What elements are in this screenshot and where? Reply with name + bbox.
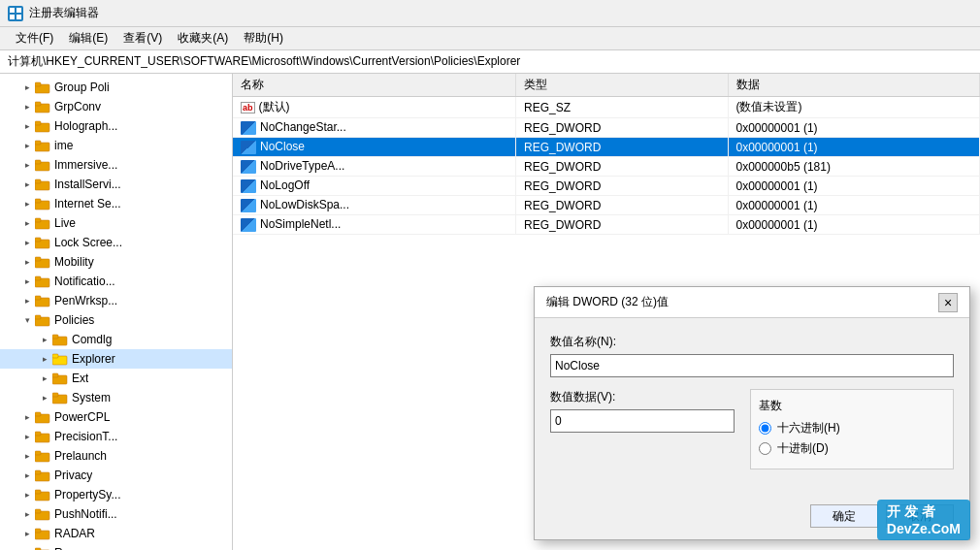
expand-icon[interactable]: ▸ (21, 101, 33, 113)
data-input[interactable] (550, 409, 735, 433)
edit-dword-dialog[interactable]: 编辑 DWORD (32 位)值 × 数值名称(N): 数值数据(V): 基数 … (534, 286, 970, 540)
tree-item-ext[interactable]: ▸ Ext (0, 369, 232, 388)
folder-icon (35, 216, 50, 230)
tree-item-installservi[interactable]: ▸ InstallServi... (0, 175, 232, 194)
tree-item-live[interactable]: ▸ Live (0, 213, 232, 233)
reg-type-cell: REG_DWORD (516, 215, 728, 235)
tree-item-radar[interactable]: ▸ RADAR (0, 524, 232, 543)
menu-view[interactable]: 查看(V) (115, 28, 170, 49)
table-row[interactable]: NoSimpleNetl...REG_DWORD0x00000001 (1) (233, 215, 980, 235)
dec-label: 十进制(D) (777, 440, 829, 457)
tree-item-privacy[interactable]: ▸ Privacy (0, 466, 232, 485)
expand-icon[interactable]: ▸ (21, 217, 33, 229)
tree-item-system[interactable]: ▸ System (0, 388, 232, 407)
expand-icon[interactable]: ▸ (39, 353, 50, 365)
tree-item-powercpl[interactable]: ▸ PowerCPL (0, 407, 232, 427)
tree-item-immersive[interactable]: ▸ Immersive... (0, 155, 232, 175)
expand-icon[interactable]: ▸ (21, 528, 33, 539)
table-row[interactable]: ab(默认)REG_SZ(数值未设置) (233, 97, 980, 118)
reg-data-cell: (数值未设置) (728, 97, 980, 118)
table-row[interactable]: NoDriveTypeA...REG_DWORD0x000000b5 (181) (233, 157, 980, 177)
tree-label: Prelaunch (54, 449, 107, 463)
folder-icon (35, 158, 50, 172)
dec-radio-label[interactable]: 十进制(D) (759, 440, 945, 457)
expand-icon[interactable]: ▸ (39, 334, 50, 345)
expand-icon[interactable]: ▸ (21, 489, 33, 501)
expand-icon[interactable]: ▸ (21, 411, 33, 423)
menu-help[interactable]: 帮助(H) (236, 28, 291, 49)
tree-label: PropertySy... (54, 488, 120, 501)
menu-favorites[interactable]: 收藏夹(A) (170, 28, 236, 49)
expand-icon[interactable]: ▸ (21, 256, 33, 268)
tree-item-prelaunch[interactable]: ▸ Prelaunch (0, 446, 232, 466)
dialog-close-button[interactable]: × (938, 293, 958, 312)
value-section: 数值数据(V): (550, 389, 735, 469)
tree-item-comdlg[interactable]: ▸ Comdlg (0, 330, 232, 349)
expand-icon[interactable]: ▸ (21, 178, 33, 190)
tree-item-pushnotifi[interactable]: ▸ PushNotifi... (0, 504, 232, 524)
svg-rect-41 (35, 432, 41, 436)
svg-rect-51 (35, 529, 41, 533)
tree-item-policies[interactable]: ▾ Policies (0, 310, 232, 330)
table-row[interactable]: NoChangeStar...REG_DWORD0x00000001 (1) (233, 118, 980, 138)
tree-item-ime[interactable]: ▸ ime (0, 136, 232, 155)
expand-icon[interactable]: ▸ (21, 295, 33, 307)
tree-pane: ▸ Group Poli▸ GrpConv▸ Holograph...▸ ime… (0, 74, 233, 550)
tree-item-notificatio[interactable]: ▸ Notificatio... (0, 272, 232, 291)
tree-label: System (72, 391, 111, 404)
tree-item-penwrksp[interactable]: ▸ PenWrksp... (0, 291, 232, 310)
expand-icon[interactable]: ▸ (21, 120, 33, 132)
tree-item-mobility[interactable]: ▸ Mobility (0, 252, 232, 272)
tree-label: Notificatio... (54, 275, 115, 288)
tree-item-group-poli[interactable]: ▸ Group Poli (0, 78, 232, 97)
expand-icon[interactable]: ▸ (21, 431, 33, 442)
cancel-button[interactable]: 取消 (886, 504, 954, 528)
expand-icon[interactable]: ▸ (21, 275, 33, 287)
tree-label: Immersive... (54, 158, 117, 172)
reg-name-cell: NoSimpleNetl... (233, 215, 516, 235)
dialog-title-bar: 编辑 DWORD (32 位)值 × (535, 287, 969, 318)
tree-label: Live (54, 216, 76, 230)
tree-item-run[interactable]: ▸ Run (0, 543, 232, 550)
tree-item-explorer[interactable]: ▸ Explorer (0, 349, 232, 369)
expand-icon[interactable]: ▸ (21, 237, 33, 248)
tree-item-holograph[interactable]: ▸ Holograph... (0, 116, 232, 136)
name-input[interactable] (550, 354, 954, 377)
expand-icon[interactable]: ▸ (21, 198, 33, 210)
reg-name-cell: NoLowDiskSpa... (233, 196, 516, 215)
hex-radio[interactable] (759, 422, 771, 435)
table-row[interactable]: NoLogOffREG_DWORD0x00000001 (1) (233, 177, 980, 196)
tree-item-grpconv[interactable]: ▸ GrpConv (0, 97, 232, 116)
value-row: 数值数据(V): 基数 十六进制(H) 十进制(D) (550, 389, 954, 469)
svg-rect-23 (35, 257, 41, 261)
table-row[interactable]: NoCloseREG_DWORD0x00000001 (1) (233, 138, 980, 157)
expand-icon[interactable]: ▸ (21, 469, 33, 481)
tree-item-precisiont[interactable]: ▸ PrecisionT... (0, 427, 232, 446)
table-row[interactable]: NoLowDiskSpa...REG_DWORD0x00000001 (1) (233, 196, 980, 215)
tree-item-lock-scree[interactable]: ▸ Lock Scree... (0, 233, 232, 252)
base-label: 基数 (759, 398, 945, 414)
app-icon (8, 6, 23, 21)
expand-icon[interactable]: ▸ (21, 450, 33, 462)
expand-icon[interactable]: ▸ (39, 392, 50, 404)
menu-file[interactable]: 文件(F) (8, 28, 61, 49)
expand-icon[interactable]: ▸ (21, 81, 33, 93)
dec-radio[interactable] (759, 442, 771, 455)
expand-icon[interactable]: ▸ (21, 140, 33, 151)
ok-button[interactable]: 确定 (810, 504, 878, 528)
tree-item-internet-se[interactable]: ▸ Internet Se... (0, 194, 232, 213)
expand-icon[interactable]: ▸ (21, 508, 33, 520)
hex-radio-label[interactable]: 十六进制(H) (759, 420, 945, 437)
menu-edit[interactable]: 编辑(E) (61, 28, 115, 49)
menu-bar: 文件(F) 编辑(E) 查看(V) 收藏夹(A) 帮助(H) (0, 27, 980, 50)
folder-icon (52, 333, 68, 346)
collapse-icon[interactable]: ▾ (21, 314, 33, 326)
folder-icon (35, 100, 50, 113)
tree-label: Comdlg (72, 333, 112, 346)
expand-icon[interactable]: ▸ (39, 372, 50, 384)
tree-item-propertysy[interactable]: ▸ PropertySy... (0, 485, 232, 504)
expand-icon[interactable]: ▸ (21, 159, 33, 171)
col-name: 名称 (233, 74, 516, 97)
reg-type-cell: REG_DWORD (516, 138, 728, 157)
svg-rect-13 (35, 160, 41, 164)
